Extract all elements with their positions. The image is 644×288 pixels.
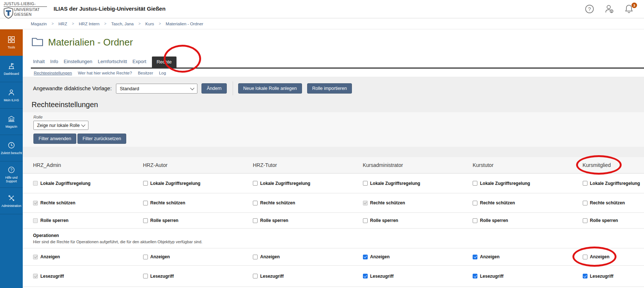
permission-cell: Lesezugriff (473, 274, 583, 279)
breadcrumb-separator: > (104, 22, 106, 26)
breadcrumb-item-tasch-jana[interactable]: Tasch, Jana (111, 22, 134, 26)
role-filter-select[interactable]: Zeige nur lokale Rolle (33, 121, 88, 130)
sidebar-item-tools[interactable]: Tools (0, 29, 23, 56)
permission-cell: Rolle sperren (583, 218, 644, 223)
checkbox-rechte-schützen-hrz-admin (33, 201, 38, 205)
checkbox-lesezugriff-kursadministrator[interactable] (363, 274, 368, 278)
checkbox-lesezugriff-hrz-tutor[interactable] (253, 274, 258, 278)
page-title: Materialien - Ordner (48, 37, 133, 48)
notification-count-badge[interactable]: 3 (632, 3, 637, 8)
tab-einstellungen[interactable]: Einstellungen (64, 59, 92, 68)
checkbox-lokale-zugriffsregelung-kursmitglied[interactable] (583, 181, 587, 186)
sidebar-item-label: Tools (8, 45, 15, 49)
chevron-down-icon (190, 86, 194, 90)
permission-label: Rolle sperren (40, 218, 69, 223)
tab-lernfortschritt[interactable]: Lernfortschritt (98, 59, 127, 68)
checkbox-rolle-sperren-kursadministrator[interactable] (363, 218, 368, 223)
permission-label: Rolle sperren (150, 218, 179, 223)
checkbox-rechte-schützen-kursmitglied[interactable] (583, 201, 587, 205)
checkbox-lokale-zugriffsregelung-kurstutor[interactable] (473, 181, 477, 186)
sidebar-item-label: Administration (1, 204, 21, 208)
permission-cell: Lokale Zugriffsregelung (583, 181, 644, 186)
svg-text:?: ? (10, 168, 12, 172)
role-filter-label: Rolle (33, 115, 43, 119)
breadcrumb-item-magazin[interactable]: Magazin (31, 22, 47, 26)
sidebar-item-hilfe-und-support[interactable]: ?Hilfe und Support (0, 161, 23, 188)
checkbox-lokale-zugriffsregelung-hrz-autor[interactable] (143, 181, 148, 186)
breadcrumb-item-hrz-intern[interactable]: HRZ Intern (79, 22, 99, 26)
checkbox-anzeigen-hrz-admin (33, 255, 38, 259)
sidebar-item-mein-ilias[interactable]: Mein ILIAS (0, 82, 23, 109)
checkbox-lesezugriff-hrz-admin (33, 274, 38, 278)
didactic-template-select[interactable]: Standard (116, 84, 197, 94)
permission-cell: Lokale Zugriffsregelung (33, 181, 143, 186)
subtab-wer-hat-hier-welche-rechte[interactable]: Wer hat hier welche Rechte? (78, 71, 132, 75)
tab-export[interactable]: Export (132, 59, 146, 68)
permission-label: Lesezugriff (590, 274, 614, 279)
checkbox-anzeigen-hrz-autor[interactable] (143, 255, 148, 259)
permission-cell: Lokale Zugriffsregelung (363, 181, 473, 186)
breadcrumb-separator: > (138, 22, 141, 26)
subtab-besitzer[interactable]: Besitzer (138, 71, 153, 75)
sidebar-item-magazin[interactable]: Magazin (0, 109, 23, 135)
permission-row-lokale-zugriffsregelung: Lokale ZugriffsregelungLokale Zugriffsre… (23, 174, 644, 193)
checkbox-lokale-zugriffsregelung-kursadministrator[interactable] (363, 181, 368, 186)
help-icon[interactable]: ? (584, 3, 595, 14)
checkbox-rolle-sperren-kursmitglied[interactable] (583, 218, 587, 223)
permission-label: Rolle sperren (260, 218, 288, 223)
apply-filter-button[interactable]: Filter anwenden (33, 134, 76, 144)
checkbox-lesezugriff-kurstutor[interactable] (473, 274, 477, 278)
checkbox-rolle-sperren-kurstutor[interactable] (473, 218, 477, 223)
sidebar-item-zuletzt-besucht[interactable]: Zuletzt besucht (0, 135, 23, 161)
subtab-log[interactable]: Log (159, 71, 166, 75)
checkbox-anzeigen-kursmitglied[interactable] (583, 255, 587, 259)
permission-label: Anzeigen (40, 254, 60, 259)
role-filter-panel: Rolle Zeige nur lokale Rolle Filter anwe… (23, 112, 644, 147)
import-role-button[interactable]: Rolle importieren (307, 83, 352, 94)
ilias-app: JUSTUS-LIEBIG- UNIVERSITAT GIESSEN ILIAS… (0, 0, 644, 288)
tab-inhalt[interactable]: Inhalt (33, 59, 45, 68)
permission-label: Lokale Zugriffsregelung (480, 181, 530, 186)
permission-cell: Anzeigen (363, 254, 473, 259)
permission-cell: Rechte schützen (473, 200, 583, 205)
checkbox-rolle-sperren-hrz-tutor[interactable] (253, 218, 258, 223)
svg-text:?: ? (588, 6, 591, 12)
new-local-role-button[interactable]: Neue lokale Rolle anlegen (238, 83, 302, 94)
reset-filter-button[interactable]: Filter zurücksetzen (77, 134, 126, 144)
permission-cell: Rolle sperren (473, 218, 583, 223)
checkbox-anzeigen-hrz-tutor[interactable] (253, 255, 258, 259)
repository-icon (7, 115, 15, 123)
checkbox-rechte-schützen-hrz-tutor[interactable] (253, 201, 258, 205)
section-row-description: Hier sind die Rechte für Operationen auf… (33, 240, 644, 244)
change-template-button[interactable]: Ändern (201, 83, 226, 94)
checkbox-anzeigen-kurstutor[interactable] (473, 255, 477, 259)
checkbox-lesezugriff-kursmitglied[interactable] (583, 274, 587, 278)
permission-label: Rolle sperren (370, 218, 399, 223)
checkbox-anzeigen-kursadministrator[interactable] (363, 255, 368, 259)
permission-cell: Anzeigen (473, 254, 583, 259)
university-shield-icon (4, 7, 13, 20)
sidebar-item-administration[interactable]: Administration (0, 188, 23, 214)
permission-cell: Lesezugriff (363, 274, 473, 279)
breadcrumb-item-materialien-ordner[interactable]: Materialien - Ordner (166, 22, 203, 26)
breadcrumb-item-hrz[interactable]: HRZ (58, 22, 67, 26)
breadcrumb-item-kurs[interactable]: Kurs (145, 22, 154, 26)
permission-label: Rechte schützen (150, 200, 185, 205)
role-column-header-hrz-tutor: HRZ-Tutor (253, 162, 363, 168)
sidebar-item-label: Hilfe und Support (0, 176, 22, 183)
tab-rechte[interactable]: Rechte (152, 56, 177, 68)
subtab-bar: RechteeinstellungenWer hat hier welche R… (34, 71, 166, 75)
breadcrumb-separator: > (51, 22, 54, 26)
sidebar-item-dashboard[interactable]: Dashboard (0, 56, 23, 82)
checkbox-rechte-schützen-hrz-autor[interactable] (143, 201, 148, 205)
subtab-rechteeinstellungen[interactable]: Rechteeinstellungen (34, 71, 72, 75)
checkbox-lesezugriff-hrz-autor[interactable] (143, 274, 148, 278)
tab-info[interactable]: Info (50, 59, 58, 68)
permission-row-rolle-sperren: Rolle sperrenRolle sperrenRolle sperrenR… (23, 213, 644, 229)
checkbox-rechte-schützen-kurstutor[interactable] (473, 201, 477, 205)
user-menu-icon[interactable] (604, 3, 615, 14)
notifications-bell-icon[interactable]: 3 (623, 3, 634, 14)
checkbox-lokale-zugriffsregelung-hrz-tutor[interactable] (253, 181, 258, 186)
permission-row-rechte-schützen: Rechte schützenRechte schützenRechte sch… (23, 193, 644, 213)
checkbox-rolle-sperren-hrz-autor[interactable] (143, 218, 148, 223)
